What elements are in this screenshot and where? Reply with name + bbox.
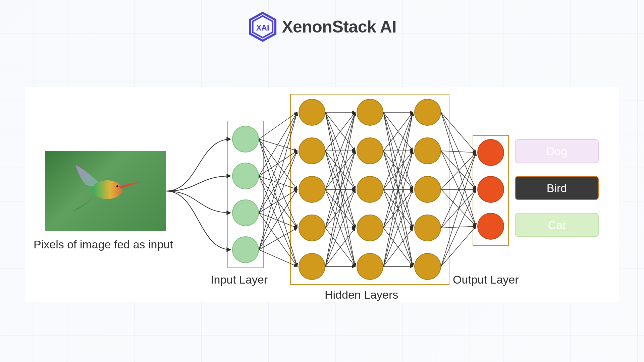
output-node-0 [477,139,504,166]
class-box-bird: Bird [515,176,599,200]
output-layer-label: Output Layer [453,273,519,286]
class-box-dog: Dog [515,139,599,163]
hidden-node-2-1 [414,137,441,164]
hidden-node-2-2 [414,176,441,203]
svg-point-4 [116,185,118,187]
hidden-node-0-1 [299,137,325,164]
svg-text:XAI: XAI [256,23,269,32]
hidden-node-1-4 [357,253,383,280]
class-label: Cat [548,219,566,232]
hidden-node-1-3 [357,215,383,241]
hidden-node-2-0 [414,99,441,126]
brand-logo-icon: XAI [248,12,278,42]
hidden-node-0-3 [299,215,325,241]
neural-network-diagram: Pixels of image fed as input Input Layer… [25,87,619,302]
output-node-2 [477,213,504,240]
class-box-cat: Cat [515,213,599,237]
hidden-layers-label: Hidden Layers [325,288,398,301]
brand-header: XAI XenonStack AI [248,12,396,42]
hidden-node-0-4 [299,253,325,280]
brand-name: XenonStack AI [282,17,396,37]
hidden-node-2-4 [414,253,441,280]
class-label: Dog [546,145,567,158]
class-label: Bird [547,182,567,195]
svg-point-3 [92,180,122,199]
input-image [45,151,166,231]
input-layer-label: Input Layer [211,273,268,286]
hidden-node-2-3 [414,215,441,241]
hidden-node-1-1 [357,137,383,164]
output-node-1 [477,176,504,203]
input-node-0 [232,126,259,153]
hidden-node-0-0 [299,99,325,126]
hidden-node-1-0 [357,99,383,126]
hidden-node-0-2 [299,176,325,203]
input-node-1 [232,163,259,189]
input-caption: Pixels of image fed as input [34,238,173,251]
input-node-2 [232,199,259,226]
input-node-3 [232,236,259,263]
hidden-node-1-2 [357,176,383,203]
